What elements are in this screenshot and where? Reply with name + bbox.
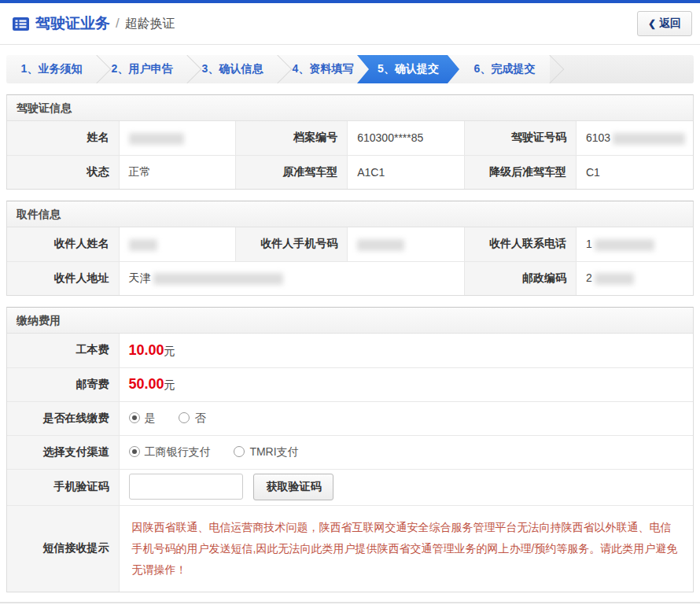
postcode-visible: 2	[586, 271, 592, 284]
redacted-value	[129, 239, 157, 251]
channel-icbc-radio[interactable]	[129, 446, 140, 457]
back-button[interactable]: ❮返回	[637, 11, 692, 36]
step-label: 5、确认提交	[378, 62, 439, 76]
file-no-label: 档案编号	[236, 121, 348, 155]
postcode-label: 邮政编码	[464, 261, 576, 295]
sms-notice-cell: 因陕西省联通、电信运营商技术问题，陕西省互联网交通安全综合服务管理平台无法向持陕…	[119, 505, 693, 592]
page-title: 驾驶证业务	[35, 13, 110, 34]
step-6-finish-submit[interactable]: 6、完成提交	[459, 55, 550, 83]
down-class-value: C1	[576, 155, 693, 189]
redacted-value	[613, 133, 685, 145]
recipient-mobile-value	[348, 227, 465, 261]
license-no-visible: 6103	[586, 131, 610, 144]
recipient-name-label: 收件人姓名	[7, 227, 119, 261]
work-fee-amount: 10.00	[129, 342, 164, 358]
redacted-value	[357, 239, 404, 251]
redacted-value	[153, 273, 283, 285]
table-row: 状态 正常 原准驾车型 A1C1 降级后准驾车型 C1	[7, 155, 693, 189]
table-row: 邮寄费 50.00元	[7, 367, 693, 401]
post-fee-unit: 元	[164, 378, 175, 391]
step-4-fill-material[interactable]: 4、资料填写	[278, 55, 368, 83]
table-row: 短信接收提示 因陕西省联通、电信运营商技术问题，陕西省互联网交通安全综合服务管理…	[7, 505, 693, 592]
recipient-mobile-label: 收件人手机号码	[236, 227, 348, 261]
online-pay-no-radio[interactable]	[179, 412, 190, 423]
channel-tmri-radio[interactable]	[234, 446, 245, 457]
step-1-business-notice[interactable]: 1、业务须知	[6, 55, 97, 83]
license-info-section: 驾驶证信息 姓名 档案编号 610300****85 驾驶证号码 6103 状态…	[6, 94, 694, 190]
table-row: 选择支付渠道 工商银行支付 TMRI支付	[7, 435, 693, 469]
online-pay-yes-radio[interactable]	[129, 412, 140, 423]
breadcrumb-divider: /	[116, 16, 120, 31]
breadcrumb-current: 超龄换证	[125, 16, 175, 32]
status-label: 状态	[7, 155, 119, 189]
orig-class-label: 原准驾车型	[236, 155, 348, 189]
postcode-value: 2	[576, 261, 693, 295]
redacted-value	[595, 239, 654, 251]
page-bottom-divider	[0, 602, 700, 603]
pay-channel-label: 选择支付渠道	[7, 435, 119, 469]
recipient-phone-label: 收件人联系电话	[464, 227, 576, 261]
address-visible: 天津	[129, 271, 151, 284]
step-3-confirm-info[interactable]: 3、确认信息	[187, 55, 278, 83]
license-info-table: 姓名 档案编号 610300****85 驾驶证号码 6103 状态 正常 原准…	[7, 121, 693, 189]
step-progress-bar: 1、业务须知 2、用户申告 3、确认信息 4、资料填写 5、确认提交 6、完成提…	[6, 55, 694, 83]
sms-code-input[interactable]	[129, 474, 243, 500]
recipient-address-value: 天津	[119, 261, 464, 295]
table-row: 收件人地址 天津 邮政编码 2	[7, 261, 693, 295]
redacted-value	[595, 273, 634, 285]
step-label: 4、资料填写	[293, 62, 354, 76]
sms-code-field: 获取验证码	[119, 469, 693, 505]
channel-tmri-label[interactable]: TMRI支付	[249, 445, 298, 458]
name-label: 姓名	[7, 121, 119, 155]
license-info-heading: 驾驶证信息	[7, 95, 693, 121]
table-row: 姓名 档案编号 610300****85 驾驶证号码 6103	[7, 121, 693, 155]
table-row: 工本费 10.00元	[7, 334, 693, 367]
step-bar-filler	[550, 55, 694, 83]
online-pay-options: 是 否	[119, 401, 693, 435]
work-fee-unit: 元	[164, 345, 175, 357]
pickup-info-section: 取件信息 收件人姓名 收件人手机号码 收件人联系电话 1 收件人地址 天津 邮政…	[6, 201, 694, 296]
pickup-info-table: 收件人姓名 收件人手机号码 收件人联系电话 1 收件人地址 天津 邮政编码 2	[7, 227, 693, 295]
step-2-user-declaration[interactable]: 2、用户申告	[97, 55, 187, 83]
sms-notice-text: 因陕西省联通、电信运营商技术问题，陕西省互联网交通安全综合服务管理平台无法向持陕…	[129, 509, 684, 589]
get-code-button[interactable]: 获取验证码	[253, 474, 333, 500]
list-icon	[13, 17, 29, 31]
chevron-left-icon: ❮	[648, 18, 656, 29]
online-pay-yes-label[interactable]: 是	[145, 411, 156, 424]
step-label: 6、完成提交	[474, 62, 536, 76]
sms-notice-label: 短信接收提示	[7, 505, 119, 592]
pickup-info-heading: 取件信息	[7, 201, 693, 227]
online-pay-label: 是否在线缴费	[7, 401, 119, 435]
work-fee-value: 10.00元	[119, 334, 693, 367]
down-class-label: 降级后准驾车型	[464, 155, 576, 189]
channel-icbc-label[interactable]: 工商银行支付	[145, 445, 211, 458]
table-row: 手机验证码 获取验证码	[7, 469, 693, 505]
pay-channel-options: 工商银行支付 TMRI支付	[119, 435, 693, 469]
work-fee-label: 工本费	[7, 334, 119, 367]
post-fee-amount: 50.00	[129, 376, 164, 392]
fees-heading: 缴纳费用	[7, 308, 693, 334]
post-fee-label: 邮寄费	[7, 367, 119, 401]
page-header: 驾驶证业务 / 超龄换证 ❮返回	[0, 3, 700, 45]
post-fee-value: 50.00元	[119, 367, 693, 401]
step-label: 1、业务须知	[21, 62, 83, 76]
recipient-name-value	[119, 227, 236, 261]
license-no-value: 6103	[576, 121, 693, 155]
fees-section: 缴纳费用 工本费 10.00元 邮寄费 50.00元 是否在线缴费 是 否 选择…	[6, 307, 694, 592]
recipient-address-label: 收件人地址	[7, 261, 119, 295]
online-pay-no-label[interactable]: 否	[194, 411, 205, 424]
name-value	[119, 121, 236, 155]
status-value: 正常	[119, 155, 236, 189]
step-5-confirm-submit-active[interactable]: 5、确认提交	[357, 55, 459, 83]
step-label: 2、用户申告	[112, 62, 173, 76]
phone-visible: 1	[586, 238, 592, 250]
file-no-value: 610300****85	[348, 121, 465, 155]
sms-code-label: 手机验证码	[7, 469, 119, 505]
step-label: 3、确认信息	[202, 62, 263, 76]
table-row: 是否在线缴费 是 否	[7, 401, 693, 435]
recipient-phone-value: 1	[576, 227, 693, 261]
redacted-value	[129, 133, 184, 145]
orig-class-value: A1C1	[348, 155, 465, 189]
license-no-label: 驾驶证号码	[464, 121, 576, 155]
fees-table: 工本费 10.00元 邮寄费 50.00元 是否在线缴费 是 否 选择支付渠道 …	[7, 334, 693, 592]
